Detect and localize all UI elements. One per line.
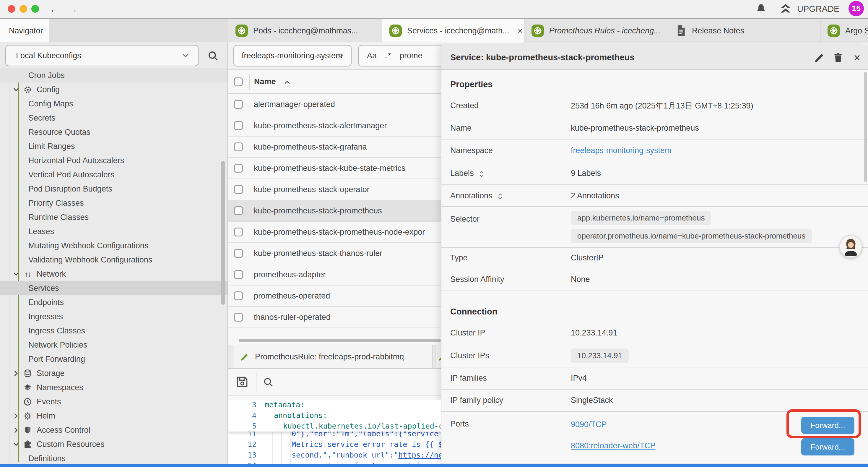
edit-pencil-icon[interactable] <box>814 52 825 63</box>
sidebar-item-leases[interactable]: Leases <box>0 224 228 238</box>
row-checkbox[interactable] <box>234 270 243 279</box>
row-checkbox[interactable] <box>234 164 243 173</box>
yaml-editor[interactable]: 3metadata: 4annotations: 5kubectl.kubern… <box>228 400 441 464</box>
sidebar-item-secrets[interactable]: Secrets <box>0 111 228 125</box>
sidebar-item-limit-ranges[interactable]: Limit Ranges <box>0 139 228 153</box>
table-row[interactable]: kube-prometheus-stack-kube-state-metrics <box>228 158 441 179</box>
list-toolbar: freeleaps-monitoring-system Aa .* prome <box>228 42 441 70</box>
sidebar-scrollbar[interactable] <box>221 161 225 305</box>
row-checkbox[interactable] <box>234 143 243 151</box>
sidebar-item-vertical-pod-autoscalers[interactable]: Vertical Pod Autoscalers <box>0 168 228 182</box>
maximize-window-button[interactable] <box>31 5 39 13</box>
assistant-avatar[interactable] <box>839 235 862 258</box>
forward-port-button[interactable]: Forward... <box>801 438 855 456</box>
table-header: Name <box>228 70 441 94</box>
notifications-bell-icon[interactable] <box>755 3 767 15</box>
sidebar-item-runtime-classes[interactable]: Runtime Classes <box>0 210 228 224</box>
trash-icon[interactable] <box>833 52 844 63</box>
row-checkbox[interactable] <box>234 206 243 215</box>
select-all-checkbox[interactable] <box>234 78 243 86</box>
regex-toggle[interactable]: .* <box>385 51 392 60</box>
sidebar-item-ingresses[interactable]: Ingresses <box>0 310 228 324</box>
column-header-name[interactable]: Name <box>254 77 276 86</box>
sort-ascending-icon[interactable] <box>284 79 291 86</box>
row-checkbox[interactable] <box>234 185 243 194</box>
table-row[interactable]: kube-prometheus-stack-thanos-ruler <box>228 243 441 264</box>
sidebar-item-resource-quotas[interactable]: Resource Quotas <box>0 125 228 139</box>
upgrade-icon[interactable] <box>779 2 793 16</box>
shield-icon <box>23 426 32 435</box>
forward-port-button[interactable]: Forward... <box>801 417 855 434</box>
row-checkbox[interactable] <box>234 313 243 322</box>
sidebar-item-horizontal-pod-autoscalers[interactable]: Horizontal Pod Autoscalers <box>0 153 228 168</box>
table-row[interactable]: kube-prometheus-stack-prometheus-node-ex… <box>228 222 441 243</box>
match-case-toggle[interactable]: Aa <box>367 51 377 60</box>
tab-release-notes[interactable]: Release Notes <box>668 19 820 42</box>
sidebar-item-cron-jobs[interactable]: Cron Jobs <box>0 68 228 83</box>
forward-arrow-icon[interactable]: → <box>67 1 78 16</box>
sidebar-item-port-forwarding[interactable]: Port Forwarding <box>0 352 228 366</box>
tab-argo[interactable]: Argo Se <box>820 19 868 42</box>
navigator-panel-tab[interactable]: Navigator <box>0 19 49 42</box>
kubeconfig-selector[interactable]: Local Kubeconfigs <box>5 45 198 66</box>
table-row[interactable]: prometheus-operated <box>228 286 441 307</box>
port-link-9090[interactable]: 9090/TCP <box>571 420 607 429</box>
row-checkbox[interactable] <box>234 249 243 258</box>
sidebar-item-mutating-webhook-configurations[interactable]: Mutating Webhook Configurations <box>0 238 228 253</box>
table-row[interactable]: kube-prometheus-stack-grafana <box>228 137 441 158</box>
table-row[interactable]: kube-prometheus-stack-operator <box>228 179 441 200</box>
save-icon[interactable] <box>236 375 249 388</box>
runbook-url-link[interactable]: https://net <box>398 451 441 459</box>
namespace-link[interactable]: freeleaps-monitoring-system <box>571 146 672 155</box>
editor-tab-prometheusrule[interactable]: PrometheusRule: freeleaps-prod-rabbitmq <box>233 345 433 368</box>
sidebar-item-events[interactable]: Events <box>0 395 228 409</box>
sidebar-group-helm[interactable]: Helm <box>0 409 228 423</box>
sidebar-item-pod-disruption-budgets[interactable]: Pod Disruption Budgets <box>0 182 228 196</box>
notification-count-badge[interactable]: 15 <box>848 1 864 16</box>
expand-collapse-icon[interactable] <box>497 192 503 200</box>
table-row[interactable]: kube-prometheus-stack-alertmanager <box>228 115 441 137</box>
row-checkbox[interactable] <box>234 228 243 236</box>
expand-collapse-icon[interactable] <box>478 170 485 177</box>
port-link-8080[interactable]: 8080:reloader-web/TCP <box>571 441 656 450</box>
sticky-scroll-lines: 3metadata: 4annotations: 5kubectl.kubern… <box>228 400 441 432</box>
table-row[interactable]: alertmanager-operated <box>228 94 441 115</box>
editor-tab-next-partial[interactable] <box>435 345 441 368</box>
sidebar-item-services[interactable]: Services <box>0 281 228 295</box>
sidebar-group-storage[interactable]: Storage <box>0 366 228 380</box>
sidebar-item-namespaces[interactable]: Namespaces <box>0 380 228 395</box>
sidebar-item-network-policies[interactable]: Network Policies <box>0 338 228 352</box>
sidebar-item-validating-webhook-configurations[interactable]: Validating Webhook Configurations <box>0 253 228 267</box>
close-icon[interactable]: × <box>851 52 863 63</box>
table-row[interactable]: thanos-ruler-operated <box>228 307 441 328</box>
row-checkbox[interactable] <box>234 121 243 130</box>
sidebar-group-config[interactable]: Config <box>0 83 228 97</box>
sidebar-item-ingress-classes[interactable]: Ingress Classes <box>0 324 228 338</box>
sidebar-group-access-control[interactable]: Access Control <box>0 423 228 437</box>
row-checkbox[interactable] <box>234 291 243 300</box>
sidebar-group-network[interactable]: ↑↓ Network <box>0 267 228 281</box>
sidebar-group-custom-resources[interactable]: Custom Resources <box>0 437 228 451</box>
search-icon[interactable] <box>262 376 274 388</box>
sidebar-item-endpoints[interactable]: Endpoints <box>0 295 228 310</box>
upgrade-label[interactable]: UPGRADE <box>797 4 839 14</box>
detail-scrollbar[interactable] <box>864 72 867 182</box>
close-window-button[interactable] <box>8 5 16 13</box>
table-row[interactable]: prometheus-adapter <box>228 264 441 286</box>
sidebar-item-definitions[interactable]: Definitions <box>0 451 228 464</box>
close-tab-icon[interactable]: × <box>518 26 523 35</box>
sidebar-item-config-maps[interactable]: Config Maps <box>0 97 228 111</box>
table-row-selected[interactable]: kube-prometheus-stack-prometheus <box>228 200 441 222</box>
minimize-window-button[interactable] <box>20 5 27 13</box>
detail-title: Service: kube-prometheus-stack-prometheu… <box>450 53 634 62</box>
sidebar-item-priority-classes[interactable]: Priority Classes <box>0 196 228 210</box>
tab-pods[interactable]: Pods - icecheng@mathmas... <box>228 19 382 42</box>
row-checkbox[interactable] <box>234 100 243 109</box>
tab-prometheus-rules[interactable]: Prometheus Rules - icecheng... <box>524 19 668 42</box>
namespace-filter-dropdown[interactable]: freeleaps-monitoring-system <box>234 45 351 66</box>
horizontal-scrollbar[interactable] <box>239 339 441 342</box>
search-icon[interactable] <box>207 50 219 62</box>
back-arrow-icon[interactable]: ← <box>49 1 60 16</box>
tab-services[interactable]: Services - icecheng@math... × <box>382 19 524 42</box>
search-filter-input[interactable]: Aa .* prome <box>358 45 441 66</box>
